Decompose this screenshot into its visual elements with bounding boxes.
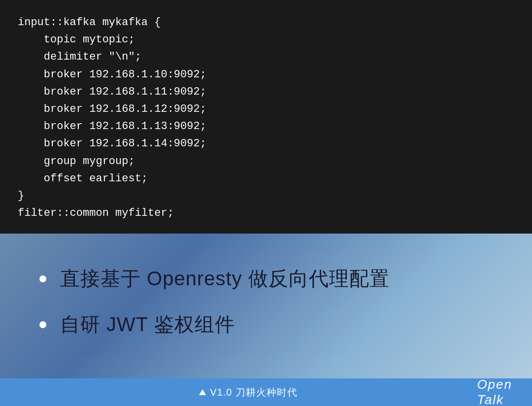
- bullet-item-2: 自研 JWT 鉴权组件: [39, 311, 493, 338]
- bullet-text-2: 自研 JWT 鉴权组件: [60, 311, 235, 338]
- footer-bar: V1.0 刀耕火种时代 Open Talk: [0, 378, 532, 406]
- footer-version: V1.0 刀耕火种时代: [210, 386, 298, 399]
- footer-center: V1.0 刀耕火种时代: [199, 386, 298, 399]
- triangle-icon: [199, 389, 206, 395]
- bullet-text-1: 直接基于 Openresty 做反向代理配置: [60, 265, 390, 292]
- code-block: input::kafka mykafka { topic mytopic; de…: [18, 14, 514, 222]
- bullet-item-1: 直接基于 Openresty 做反向代理配置: [39, 265, 493, 292]
- footer-brand: Open Talk: [477, 377, 512, 406]
- bullet-dot-2: [39, 321, 46, 328]
- code-section: input::kafka mykafka { topic mytopic; de…: [0, 0, 532, 234]
- slide-section: 直接基于 Openresty 做反向代理配置 自研 JWT 鉴权组件: [0, 234, 532, 378]
- bullet-dot-1: [39, 275, 46, 282]
- footer-right: Open Talk: [477, 377, 512, 406]
